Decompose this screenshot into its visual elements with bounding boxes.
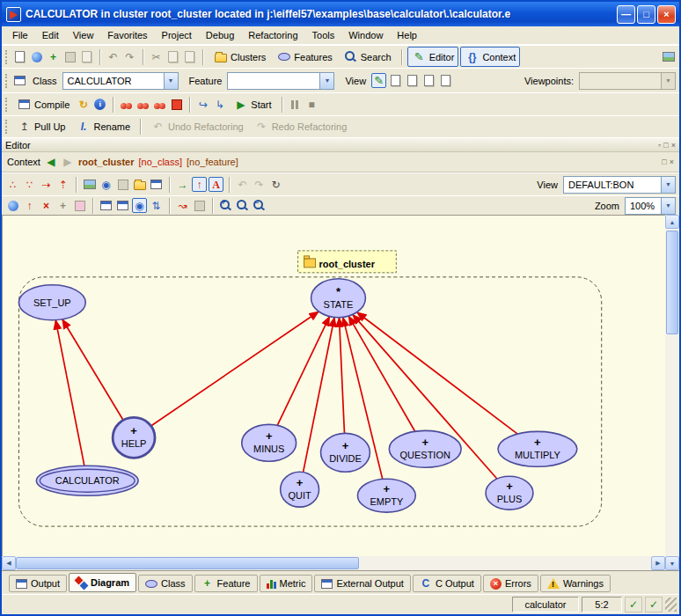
minimize-button[interactable]: — [617,5,635,24]
add-class-icon[interactable]: + [46,49,61,64]
pull-up-button[interactable]: ↥ Pull Up [12,117,70,137]
menu-file[interactable]: File [5,27,35,43]
context-cluster[interactable]: root_cluster [78,157,135,167]
diagram-view-combobox[interactable]: DEFAULT:BON ▼ [563,176,676,194]
inheritance-arrow-calculator-to-set_up[interactable] [55,320,84,466]
grid-toggle-icon[interactable] [192,198,207,213]
crop-diagram-icon[interactable] [115,198,130,213]
maximize-panel-icon[interactable]: □ [662,158,666,166]
viewpoints-combobox[interactable]: ▼ [579,72,676,90]
class-node-question[interactable]: +QUESTION [389,430,461,467]
tab-feature[interactable]: + Feature [194,575,258,592]
feature-combobox[interactable]: ▼ [227,72,334,90]
undo-icon[interactable]: ↶ [106,49,121,64]
toolbar-grip[interactable] [5,50,8,64]
refresh-diagram-icon[interactable]: ↻ [268,177,283,192]
class-node-plus[interactable]: +PLUS [486,476,533,510]
show-clusters-icon[interactable] [149,177,164,192]
view-flat-contract-icon[interactable] [438,73,453,88]
inheritance-arrow-help-to-state[interactable] [151,312,319,426]
step-out-icon[interactable]: ↳ [212,97,227,112]
close-panel-icon[interactable]: × [671,141,676,150]
class-node-help[interactable]: +HELP [113,417,155,458]
menu-project[interactable]: Project [155,27,199,43]
move-tool-icon[interactable]: + [55,198,70,213]
debug-watch-icon[interactable] [135,97,150,112]
context-feature[interactable]: [no_feature] [187,157,238,167]
class-node-multiply[interactable]: +MULTIPLY [498,431,577,466]
zoom-fit-icon[interactable] [235,198,250,213]
class-node-quit[interactable]: +QUIT [281,472,319,507]
view-interface-icon[interactable] [421,73,436,88]
pause-icon[interactable] [288,97,303,112]
client-link-tool-icon[interactable]: ⇢ [39,177,54,192]
stop-icon[interactable]: ■ [304,97,319,112]
inheritance-arrow-minus-to-state[interactable] [277,317,329,426]
chevron-down-icon[interactable]: ▼ [661,198,675,214]
view-edit-icon[interactable]: ✎ [371,73,386,88]
zoom-combobox[interactable]: 100% ▼ [625,197,676,215]
print-diagram-icon[interactable] [115,177,130,192]
compile-button[interactable]: Compile [12,94,74,114]
history-back-icon[interactable]: ◀ [45,155,57,170]
debug-object-icon[interactable] [119,97,134,112]
layout-icon[interactable]: ◉ [99,177,114,192]
redo-icon[interactable]: ↷ [122,49,137,64]
inheritance-arrow-divide-to-state[interactable] [339,318,344,434]
view-flat-icon[interactable] [388,73,403,88]
save-all-icon[interactable] [79,49,94,64]
rename-button[interactable]: I. Rename [71,117,135,137]
tab-metric[interactable]: Metric [260,575,313,592]
debug-clear-icon[interactable] [152,97,167,112]
cluster-figure-tool-icon[interactable]: ∵ [22,177,37,192]
title-bar[interactable]: CALCULATOR in cluster root_cluster locat… [2,2,679,26]
diagram-redo-icon[interactable]: ↷ [252,177,267,192]
link-style-icon[interactable]: ↝ [175,198,190,213]
copy-icon[interactable] [165,49,180,64]
view-contract-icon[interactable] [405,73,420,88]
scroll-down-icon[interactable]: ▼ [665,556,679,570]
float-panel-icon[interactable]: ▫ [658,141,661,150]
chevron-down-icon[interactable]: ▼ [164,73,178,89]
inheritance-link-tool-icon[interactable]: ⇡ [55,177,70,192]
class-node-set_up[interactable]: SET_UP [18,285,85,320]
class-node-calculator[interactable]: CALCULATOR [36,466,138,495]
labels-toggle-icon[interactable]: A [209,177,223,192]
external-commands-icon[interactable] [661,49,676,64]
class-node-empty[interactable]: +EMPTY [357,479,415,512]
class-bubble-tool-icon[interactable] [5,198,20,213]
paste-icon[interactable] [182,49,197,64]
toolbar-grip[interactable] [5,120,8,134]
sort-figures-icon[interactable]: ⇅ [149,198,164,213]
tab-class[interactable]: Class [138,575,193,592]
editor-panel-header[interactable]: Editor ▫ □ × [2,137,679,152]
chevron-down-icon[interactable]: ▼ [319,73,333,89]
toolbar-grip[interactable] [5,98,8,112]
tab-external-output[interactable]: External Output [314,575,410,592]
class-tool-icon[interactable] [12,73,27,88]
zoom-in-icon[interactable]: + [218,198,233,213]
new-cluster-icon[interactable] [132,177,147,192]
vertical-scroll-thumb[interactable] [666,231,678,334]
menu-debug[interactable]: Debug [199,27,241,43]
tab-errors[interactable]: × Errors [483,575,538,592]
scroll-left-icon[interactable]: ◀ [2,556,16,570]
undo-refactoring-button[interactable]: ↶ Undo Refactoring [146,117,248,137]
vertical-scrollbar[interactable]: ▲ ▼ [665,215,679,570]
context-toggle[interactable]: {} Context [460,47,520,67]
export-image-icon[interactable] [82,177,97,192]
save-icon[interactable] [62,49,77,64]
search-button[interactable]: Search [339,47,396,67]
ignore-breakpoints-icon[interactable] [169,97,184,112]
maximize-button[interactable]: □ [637,5,655,24]
maximize-panel-icon[interactable]: □ [663,141,668,150]
menu-window[interactable]: Window [341,27,390,43]
class-node-state[interactable]: *STATE [311,279,366,318]
open-project-icon[interactable] [29,49,44,64]
tab-c-output[interactable]: C C Output [413,575,481,592]
menu-tools[interactable]: Tools [305,27,342,43]
menu-refactoring[interactable]: Refactoring [241,27,304,43]
class-figure-tool-icon[interactable]: ∴ [5,177,20,192]
zoom-out-icon[interactable]: − [252,198,267,213]
tab-warnings[interactable]: ! Warnings [540,575,611,592]
